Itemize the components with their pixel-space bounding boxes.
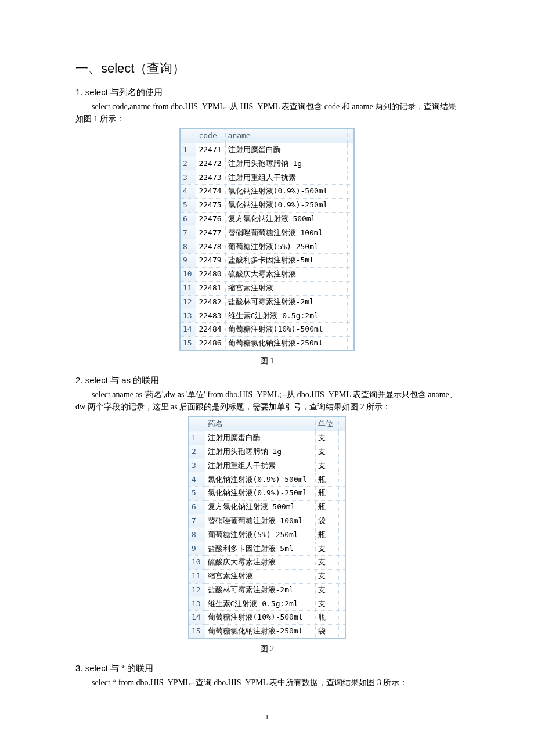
rownum-cell: 2 xyxy=(189,445,205,459)
name-cell: 葡萄糖氯化钠注射液-250ml xyxy=(205,625,315,639)
table-row: 1222482盐酸林可霉素注射液-2ml xyxy=(180,295,354,309)
sub1-text: select code,aname from dbo.HIS_YPML--从 H… xyxy=(75,100,459,125)
trailing-cell xyxy=(338,501,345,514)
corner-cell xyxy=(180,129,196,143)
sub3-heading: 3. select 与 * 的联用 xyxy=(75,661,459,675)
code-cell: 22483 xyxy=(196,309,225,323)
dw-cell: 支 xyxy=(315,542,338,556)
trailing-cell xyxy=(338,570,345,584)
sub3-text: select * from dbo.HIS_YPML--查询 dbo.HIS_Y… xyxy=(75,676,459,689)
sub1-heading: 1. select 与列名的使用 xyxy=(75,85,459,99)
code-cell: 22471 xyxy=(196,143,225,157)
rownum-cell: 5 xyxy=(189,487,205,501)
code-cell: 22472 xyxy=(196,157,225,171)
trailing-cell xyxy=(347,171,354,185)
code-cell: 22474 xyxy=(196,185,225,199)
col-header-code: code xyxy=(196,129,225,143)
name-cell: 维生素C注射液-0.5g:2ml xyxy=(205,597,315,611)
name-cell: 注射用重组人干扰素 xyxy=(205,459,315,473)
code-cell: 22478 xyxy=(196,240,225,254)
table-row: 5氯化钠注射液(0.9%)-250ml瓶 xyxy=(189,487,345,501)
trailing-cell xyxy=(347,323,354,337)
table-row: 622476复方氯化钠注射液-500ml xyxy=(180,212,354,226)
result-grid-1: code aname 122471注射用糜蛋白酶222472注射用头孢噻肟钠-1… xyxy=(179,128,355,351)
table-row: 1122481缩宫素注射液 xyxy=(180,281,354,295)
table-row: 122471注射用糜蛋白酶 xyxy=(180,143,354,157)
rownum-cell: 7 xyxy=(189,514,205,528)
rownum-cell: 15 xyxy=(189,625,205,639)
table-row: 11缩宫素注射液支 xyxy=(189,570,345,584)
table-row: 15葡萄糖氯化钠注射液-250ml袋 xyxy=(189,625,345,639)
col-header-aname: aname xyxy=(225,129,347,143)
aname-cell: 维生素C注射液-0.5g:2ml xyxy=(225,309,347,323)
dw-cell: 支 xyxy=(315,583,338,597)
trailing-cell xyxy=(338,459,345,473)
trailing-cell xyxy=(347,199,354,213)
table-row: 522475氯化钠注射液(0.9%)-250ml xyxy=(180,199,354,213)
aname-cell: 硫酸庆大霉素注射液 xyxy=(225,268,347,282)
trailing-cell xyxy=(347,143,354,157)
trailing-cell xyxy=(338,542,345,556)
trailing-col xyxy=(347,129,354,143)
trailing-cell xyxy=(338,431,345,445)
trailing-cell xyxy=(338,473,345,487)
code-cell: 22477 xyxy=(196,226,225,240)
aname-cell: 葡萄糖注射液(10%)-500ml xyxy=(225,323,347,337)
table-row: 1022480硫酸庆大霉素注射液 xyxy=(180,268,354,282)
name-cell: 盐酸林可霉素注射液-2ml xyxy=(205,583,315,597)
table-row: 13维生素C注射液-0.5g:2ml支 xyxy=(189,597,345,611)
aname-cell: 注射用重组人干扰素 xyxy=(225,171,347,185)
trailing-cell xyxy=(347,157,354,171)
code-cell: 22479 xyxy=(196,254,225,268)
trailing-cell xyxy=(338,611,345,625)
trailing-cell xyxy=(338,625,345,639)
table-row: 922479盐酸利多卡因注射液-5ml xyxy=(180,254,354,268)
table-row: 3注射用重组人干扰素支 xyxy=(189,459,345,473)
rownum-cell: 8 xyxy=(189,528,205,542)
trailing-cell xyxy=(347,185,354,199)
table-row: 1322483维生素C注射液-0.5g:2ml xyxy=(180,309,354,323)
caption-2: 图 2 xyxy=(75,643,459,656)
trailing-cell xyxy=(338,487,345,501)
dw-cell: 支 xyxy=(315,431,338,445)
dw-cell: 支 xyxy=(315,556,338,570)
table-row: 10硫酸庆大霉素注射液支 xyxy=(189,556,345,570)
trailing-cell xyxy=(347,212,354,226)
caption-1: 图 1 xyxy=(75,355,459,368)
dw-cell: 瓶 xyxy=(315,473,338,487)
rownum-cell: 8 xyxy=(180,240,196,254)
aname-cell: 葡萄糖氯化钠注射液-250ml xyxy=(225,337,347,351)
table1-wrap: code aname 122471注射用糜蛋白酶222472注射用头孢噻肟钠-1… xyxy=(75,128,459,351)
name-cell: 硫酸庆大霉素注射液 xyxy=(205,556,315,570)
rownum-cell: 4 xyxy=(189,473,205,487)
trailing-cell xyxy=(338,583,345,597)
dw-cell: 瓶 xyxy=(315,487,338,501)
code-cell: 22486 xyxy=(196,337,225,351)
name-cell: 氯化钠注射液(0.9%)-250ml xyxy=(205,487,315,501)
dw-cell: 瓶 xyxy=(315,528,338,542)
rownum-cell: 11 xyxy=(180,281,196,295)
table-row: 222472注射用头孢噻肟钠-1g xyxy=(180,157,354,171)
code-cell: 22481 xyxy=(196,281,225,295)
trailing-cell xyxy=(338,528,345,542)
table-row: 7替硝唑葡萄糖注射液-100ml袋 xyxy=(189,514,345,528)
dw-cell: 支 xyxy=(315,597,338,611)
table-row: 9盐酸利多卡因注射液-5ml支 xyxy=(189,542,345,556)
rownum-cell: 14 xyxy=(180,323,196,337)
aname-cell: 氯化钠注射液(0.9%)-500ml xyxy=(225,185,347,199)
aname-cell: 复方氯化钠注射液-500ml xyxy=(225,212,347,226)
rownum-cell: 7 xyxy=(180,226,196,240)
dw-cell: 支 xyxy=(315,445,338,459)
rownum-cell: 1 xyxy=(180,143,196,157)
name-cell: 替硝唑葡萄糖注射液-100ml xyxy=(205,514,315,528)
name-cell: 氯化钠注射液(0.9%)-500ml xyxy=(205,473,315,487)
rownum-cell: 13 xyxy=(189,597,205,611)
trailing-cell xyxy=(338,514,345,528)
rownum-cell: 3 xyxy=(189,459,205,473)
rownum-cell: 12 xyxy=(189,583,205,597)
rownum-cell: 4 xyxy=(180,185,196,199)
dw-cell: 瓶 xyxy=(315,501,338,514)
trailing-cell xyxy=(338,445,345,459)
trailing-cell xyxy=(347,226,354,240)
rownum-cell: 10 xyxy=(189,556,205,570)
